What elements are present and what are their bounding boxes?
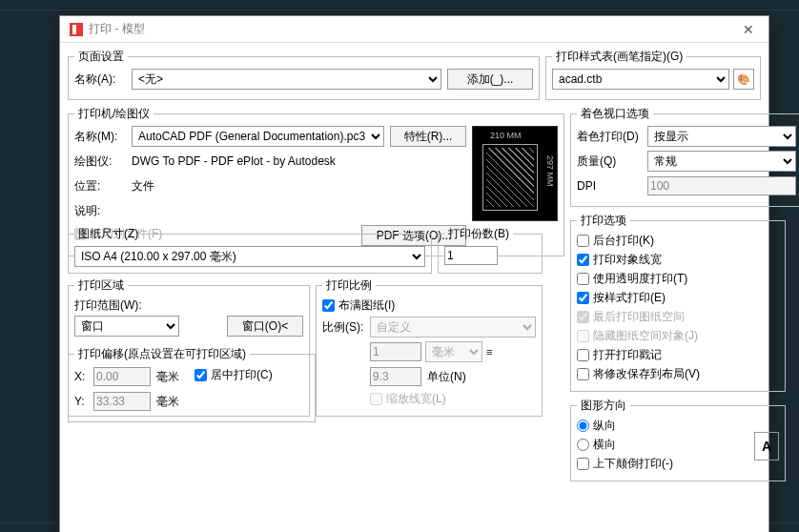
printer-properties-button[interactable]: 特性(R)...	[390, 126, 466, 147]
offset-y-input	[93, 392, 151, 411]
orientation-preview-icon: A	[754, 432, 779, 460]
lineweights-checkbox[interactable]: 打印对象线宽	[577, 252, 779, 268]
location-value: 文件	[132, 178, 154, 194]
copies-input[interactable]	[444, 246, 498, 265]
scale-unit-b-input	[370, 367, 421, 386]
paper-preview: 210 MM 297 MM	[472, 126, 558, 221]
scale-unit-b-label: 单位(N)	[427, 369, 484, 385]
orientation-group: 图形方向 纵向 横向 上下颠倒打印(-) A	[570, 398, 786, 481]
page-setup-legend: 页面设置	[74, 49, 128, 65]
preview-width: 210 MM	[490, 131, 522, 140]
copies-legend: 打印份数(B)	[444, 226, 513, 242]
printer-name-select[interactable]: AutoCAD PDF (General Documentation).pc3	[132, 126, 384, 147]
printer-name-label: 名称(M):	[74, 129, 132, 145]
plotter-value: DWG To PDF - PDF ePlot - by Autodesk	[132, 154, 336, 168]
quality-label: 质量(Q)	[577, 153, 647, 170]
plot-stamp-checkbox[interactable]: 打开打印戳记	[577, 347, 779, 363]
page-setup-group: 页面设置 名称(A): <无> 添加(_)...	[68, 49, 540, 100]
plot-dialog: 打印 - 模型 ✕ 页面设置 名称(A): <无> 添加(_)...	[59, 15, 769, 532]
plot-offset-group: 打印偏移(原点设置在可打印区域) X: 毫米 居中打印(C) Y: 毫米	[68, 346, 316, 422]
shade-plot-label: 着色打印(D)	[577, 129, 647, 145]
quality-select[interactable]: 常规	[647, 151, 796, 172]
scale-unit-a-select: 毫米	[425, 341, 482, 362]
hide-paperspace-checkbox: 隐藏图纸空间对象(J)	[577, 328, 779, 344]
upside-down-checkbox[interactable]: 上下颠倒打印(-)	[577, 456, 754, 472]
plotter-label: 绘图仪:	[74, 153, 132, 170]
plot-scale-group: 打印比例 布满图纸(I) 比例(S): 自定义 毫米 ≡ 单位(N) 缩	[316, 277, 543, 417]
plot-options-legend: 打印选项	[577, 213, 630, 229]
portrait-radio[interactable]: 纵向	[577, 418, 754, 434]
autocad-logo-icon	[70, 23, 83, 36]
titlebar: 打印 - 模型 ✕	[60, 16, 768, 43]
scale-select: 自定义	[370, 317, 536, 338]
printer-legend: 打印机/绘图仪	[74, 106, 154, 122]
plot-styles-checkbox[interactable]: 按样式打印(E)	[577, 290, 779, 306]
transparency-checkbox[interactable]: 使用透明度打印(T)	[577, 271, 779, 287]
plot-area-legend: 打印区域	[74, 277, 128, 294]
page-setup-name-select[interactable]: <无>	[132, 69, 441, 90]
what-to-plot-label: 打印范围(W):	[74, 297, 303, 314]
preview-height: 297 MM	[545, 155, 555, 187]
paperspace-last-checkbox: 最后打印图纸空间	[577, 309, 779, 325]
plot-style-select[interactable]: acad.ctb	[552, 69, 729, 90]
landscape-radio[interactable]: 横向	[577, 437, 754, 453]
offset-y-label: Y:	[74, 395, 93, 408]
shade-plot-select[interactable]: 按显示	[647, 126, 796, 147]
paper-size-group: 图纸尺寸(Z) ISO A4 (210.00 x 297.00 毫米)	[68, 226, 432, 274]
window-button[interactable]: 窗口(O)<	[227, 316, 303, 337]
scale-unit-a-input	[370, 342, 421, 361]
dialog-title: 打印 - 模型	[89, 21, 145, 37]
fit-to-paper-checkbox[interactable]: 布满图纸(I)	[322, 297, 536, 314]
close-icon[interactable]: ✕	[734, 22, 763, 37]
paper-size-legend: 图纸尺寸(Z)	[74, 226, 142, 242]
paper-size-select[interactable]: ISO A4 (210.00 x 297.00 毫米)	[74, 246, 425, 267]
page-setup-name-label: 名称(A):	[74, 72, 132, 88]
orientation-legend: 图形方向	[577, 398, 630, 414]
scale-lineweights-checkbox: 缩放线宽(L)	[370, 391, 536, 407]
offset-x-label: X:	[74, 370, 93, 383]
plot-style-legend: 打印样式表(画笔指定)(G)	[552, 49, 686, 65]
plot-style-edit-icon[interactable]: 🎨	[733, 69, 754, 90]
save-changes-checkbox[interactable]: 将修改保存到布局(V)	[577, 366, 779, 382]
location-label: 位置:	[74, 178, 132, 194]
add-page-setup-button[interactable]: 添加(_)...	[447, 69, 533, 90]
shaded-legend: 着色视口选项	[577, 106, 653, 122]
plot-offset-legend: 打印偏移(原点设置在可打印区域)	[74, 346, 250, 362]
scale-label: 比例(S):	[322, 319, 370, 336]
plot-scale-legend: 打印比例	[322, 277, 376, 294]
copies-group: 打印份数(B)	[438, 226, 543, 274]
plot-area-select[interactable]: 窗口	[74, 316, 179, 337]
offset-x-input	[93, 367, 151, 386]
plot-style-group: 打印样式表(画笔指定)(G) acad.ctb 🎨	[545, 49, 761, 100]
plot-options-group: 打印选项 后台打印(K) 打印对象线宽 使用透明度打印(T) 按样式打印(E) …	[570, 213, 786, 392]
background-plot-checkbox[interactable]: 后台打印(K)	[577, 233, 779, 249]
dpi-input	[647, 176, 796, 195]
description-label: 说明:	[74, 203, 132, 219]
dpi-label: DPI	[577, 179, 647, 193]
center-plot-checkbox[interactable]: 居中打印(C)	[195, 367, 273, 383]
shaded-viewport-group: 着色视口选项 着色打印(D) 按显示 质量(Q) 常规 DPI	[570, 106, 799, 207]
